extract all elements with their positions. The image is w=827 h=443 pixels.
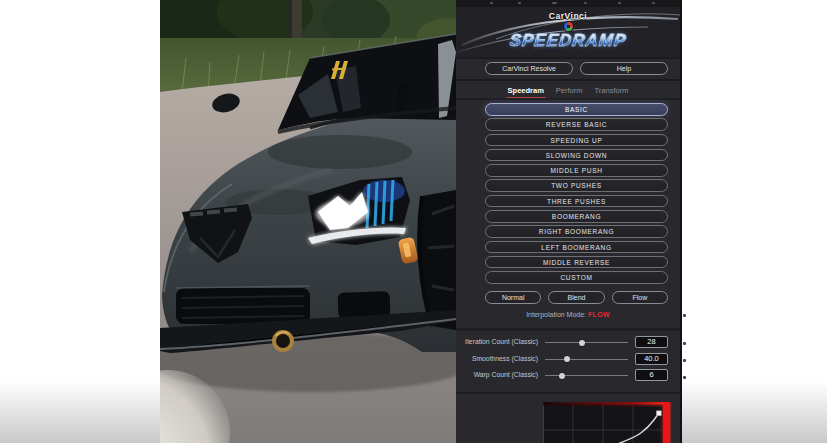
spinner-arrow-icon bbox=[683, 342, 686, 345]
speedramp-panel: CarVinci SPEEDRAMP CarVinci Resolve Help… bbox=[456, 0, 682, 443]
iteration-count-label: Iteration Count (Classic) bbox=[456, 338, 538, 345]
app-root: CarVinci SPEEDRAMP CarVinci Resolve Help… bbox=[0, 0, 827, 443]
help-button[interactable]: Help bbox=[580, 62, 668, 75]
carvinci-color-wheel-icon bbox=[564, 22, 573, 31]
speed-curve-svg bbox=[543, 402, 672, 443]
divider bbox=[456, 328, 680, 331]
speedramp-logo-title: SPEEDRAMP bbox=[455, 31, 681, 51]
spinner-arrow-icon bbox=[683, 359, 686, 362]
smoothness-label: Smoothness (Classic) bbox=[456, 355, 538, 362]
smoothness-row: Smoothness (Classic) 40.0 bbox=[456, 353, 680, 366]
iteration-count-slider[interactable] bbox=[545, 342, 628, 343]
smoothness-slider[interactable] bbox=[545, 359, 628, 360]
panel-header: CarVinci SPEEDRAMP bbox=[456, 7, 680, 57]
window-title-bar bbox=[456, 0, 680, 7]
divider bbox=[456, 98, 680, 100]
interpolation-mode-buttons: Normal Blend Flow bbox=[485, 291, 668, 304]
speed-curve-editor[interactable] bbox=[543, 402, 672, 443]
video-frame[interactable] bbox=[160, 0, 456, 443]
preset-right-boomerang[interactable]: RIGHT BOOMERANG bbox=[485, 225, 668, 238]
warp-count-row: Warp Count (Classic) 6 bbox=[456, 369, 680, 382]
preset-list: BASIC REVERSE BASIC SPEEDING UP SLOWING … bbox=[485, 103, 668, 286]
slider-handle[interactable] bbox=[559, 373, 565, 379]
warp-count-label: Warp Count (Classic) bbox=[456, 371, 538, 378]
curve-handle[interactable] bbox=[656, 411, 661, 416]
tab-speedram[interactable]: Speedram bbox=[508, 86, 544, 95]
interpolation-value: FLOW bbox=[588, 311, 610, 318]
preset-boomerang[interactable]: BOOMERANG bbox=[485, 210, 668, 223]
video-scene-illustration bbox=[160, 0, 456, 443]
preset-three-pushes[interactable]: THREE PUSHES bbox=[485, 195, 668, 208]
normal-mode-button[interactable]: Normal bbox=[485, 291, 541, 304]
slider-section: Iteration Count (Classic) 28 Smoothness … bbox=[456, 336, 680, 386]
interpolation-label: Interpolation Mode: bbox=[526, 311, 586, 318]
tab-transform[interactable]: Transform bbox=[595, 86, 629, 95]
warp-count-slider[interactable] bbox=[545, 375, 628, 376]
brand-name: CarVinci bbox=[456, 7, 680, 21]
iteration-count-row: Iteration Count (Classic) 28 bbox=[456, 336, 680, 349]
preset-middle-push[interactable]: MIDDLE PUSH bbox=[485, 164, 668, 177]
preset-reverse-basic[interactable]: REVERSE BASIC bbox=[485, 118, 668, 131]
curve-top-border bbox=[543, 402, 670, 405]
spinner-arrow-icon bbox=[683, 314, 686, 317]
divider bbox=[456, 392, 680, 394]
preset-slowing-down[interactable]: SLOWING DOWN bbox=[485, 149, 668, 162]
slider-handle[interactable] bbox=[579, 340, 585, 346]
preset-custom[interactable]: CUSTOM bbox=[485, 271, 668, 284]
preset-two-pushes[interactable]: TWO PUSHES bbox=[485, 179, 668, 192]
divider bbox=[456, 57, 680, 59]
preset-speeding-up[interactable]: SPEEDING UP bbox=[485, 134, 668, 147]
iteration-count-value[interactable]: 28 bbox=[635, 336, 668, 348]
carvinci-resolve-button[interactable]: CarVinci Resolve bbox=[485, 62, 573, 75]
smoothness-value[interactable]: 40.0 bbox=[635, 353, 668, 365]
spinner-arrow-icon bbox=[683, 376, 686, 379]
preset-basic[interactable]: BASIC bbox=[485, 103, 668, 116]
flow-mode-button[interactable]: Flow bbox=[612, 291, 668, 304]
preset-left-boomerang[interactable]: LEFT BOOMERANG bbox=[485, 241, 668, 254]
tab-perform[interactable]: Perform bbox=[556, 86, 583, 95]
divider bbox=[456, 79, 680, 81]
interpolation-status: Interpolation Mode: FLOW bbox=[456, 311, 680, 318]
tab-bar: Speedram Perform Transform bbox=[456, 83, 680, 97]
curve-right-border bbox=[663, 402, 670, 443]
slider-handle[interactable] bbox=[564, 356, 570, 362]
blend-mode-button[interactable]: Blend bbox=[548, 291, 604, 304]
preset-middle-reverse[interactable]: MIDDLE REVERSE bbox=[485, 256, 668, 269]
warp-count-value[interactable]: 6 bbox=[635, 369, 668, 381]
